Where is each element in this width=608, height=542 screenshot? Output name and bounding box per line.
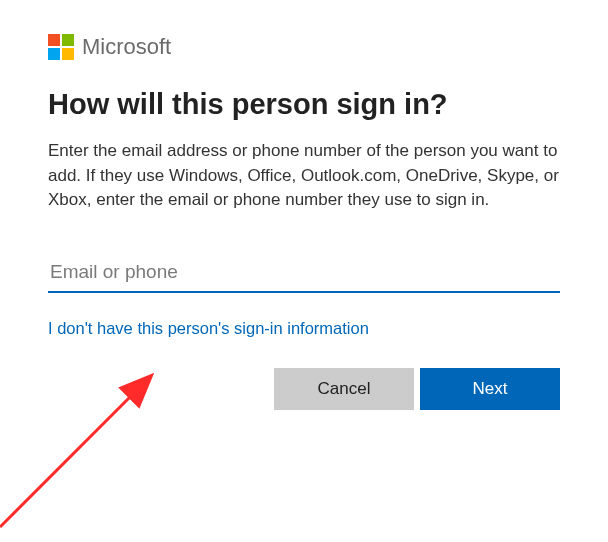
input-wrapper [48,255,560,293]
next-button[interactable]: Next [420,368,560,410]
dialog-header: Microsoft [48,34,560,60]
brand-label: Microsoft [82,34,171,60]
page-title: How will this person sign in? [48,88,560,121]
microsoft-logo-icon [48,34,74,60]
no-signin-info-link[interactable]: I don't have this person's sign-in infor… [48,319,369,338]
button-row: Cancel Next [48,368,560,410]
email-or-phone-input[interactable] [48,255,560,293]
instruction-text: Enter the email address or phone number … [48,139,560,213]
annotation-arrow-icon [0,332,290,532]
cancel-button[interactable]: Cancel [274,368,414,410]
